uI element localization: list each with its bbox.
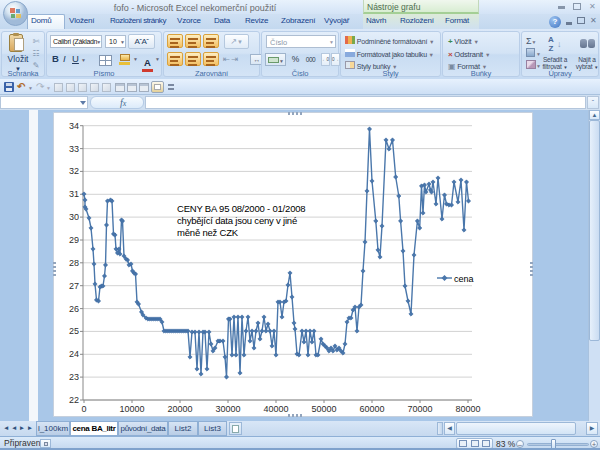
svg-text:30: 30: [69, 212, 79, 222]
svg-text:32: 32: [69, 166, 79, 176]
svg-text:0: 0: [81, 404, 86, 414]
svg-text:28: 28: [69, 258, 79, 268]
svg-text:26: 26: [69, 304, 79, 314]
svg-text:cena: cena: [454, 274, 474, 284]
svg-text:31: 31: [69, 189, 79, 199]
svg-text:50000: 50000: [311, 404, 336, 414]
svg-text:33: 33: [69, 144, 79, 154]
svg-text:25: 25: [69, 326, 79, 336]
svg-text:23: 23: [69, 372, 79, 382]
svg-text:10000: 10000: [119, 404, 144, 414]
svg-text:29: 29: [69, 235, 79, 245]
svg-text:34: 34: [69, 121, 79, 131]
svg-text:20000: 20000: [167, 404, 192, 414]
svg-text:27: 27: [69, 281, 79, 291]
svg-text:40000: 40000: [263, 404, 288, 414]
svg-text:80000: 80000: [455, 404, 480, 414]
svg-text:24: 24: [69, 349, 79, 359]
svg-text:60000: 60000: [359, 404, 384, 414]
svg-text:22: 22: [69, 395, 79, 405]
svg-text:70000: 70000: [407, 404, 432, 414]
svg-text:30000: 30000: [215, 404, 240, 414]
